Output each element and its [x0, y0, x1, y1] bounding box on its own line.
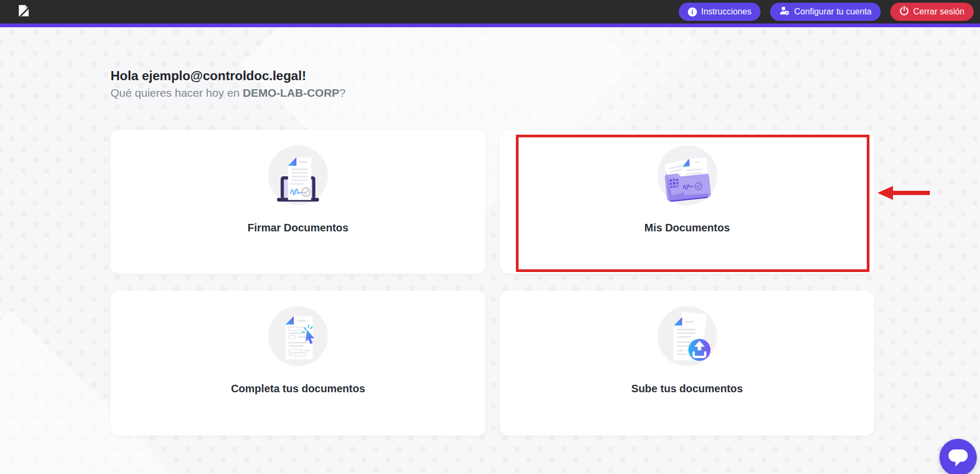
card-mis-documentos[interactable]: Mis Documentos: [500, 130, 874, 274]
card-sube-tus-documentos[interactable]: Sube tus documentos: [500, 291, 874, 436]
greeting-question: Qué quieres hacer hoy en DEMO-LAB-CORP?: [111, 87, 346, 99]
configure-account-button-label: Configurar tu cuenta: [794, 7, 872, 17]
greeting-question-prefix: Qué quieres hacer hoy en: [111, 87, 243, 99]
document-logo-icon: [16, 3, 31, 20]
chat-bubble-icon: [940, 438, 976, 474]
top-bar: i Instrucciones: [0, 0, 980, 24]
greeting-title: Hola ejemplo@controldoc.legal!: [111, 68, 306, 83]
power-icon: [899, 6, 909, 18]
sign-documents-icon: [266, 144, 330, 207]
my-documents-icon: [656, 144, 719, 207]
logout-button[interactable]: Cerrar sesión: [890, 3, 974, 21]
instructions-button[interactable]: i Instrucciones: [679, 3, 761, 21]
app-logo[interactable]: [16, 4, 31, 19]
left-arrow-icon: [877, 185, 931, 203]
app-root: i Instrucciones: [0, 0, 980, 474]
complete-documents-icon: [266, 305, 330, 368]
topbar-actions: i Instrucciones: [679, 3, 974, 21]
configure-account-button[interactable]: Configurar tu cuenta: [770, 3, 881, 21]
card-label: Firmar Documentos: [248, 222, 349, 234]
card-firmar-documentos[interactable]: Firmar Documentos: [111, 130, 485, 274]
card-label: Mis Documentos: [644, 222, 730, 234]
card-label: Sube tus documentos: [631, 383, 743, 395]
info-icon: i: [688, 7, 697, 17]
instructions-button-label: Instrucciones: [701, 7, 751, 17]
accent-stripe: [0, 24, 980, 27]
card-label: Completa tus documentos: [231, 383, 365, 395]
card-completa-tus-documentos[interactable]: Completa tus documentos: [111, 291, 485, 436]
company-name: DEMO-LAB-CORP: [243, 87, 340, 99]
user-gear-icon: [779, 6, 790, 18]
chat-launcher-button[interactable]: [939, 439, 977, 474]
upload-documents-icon: [656, 305, 719, 368]
greeting-question-suffix: ?: [339, 87, 346, 99]
logout-button-label: Cerrar sesión: [913, 7, 965, 17]
